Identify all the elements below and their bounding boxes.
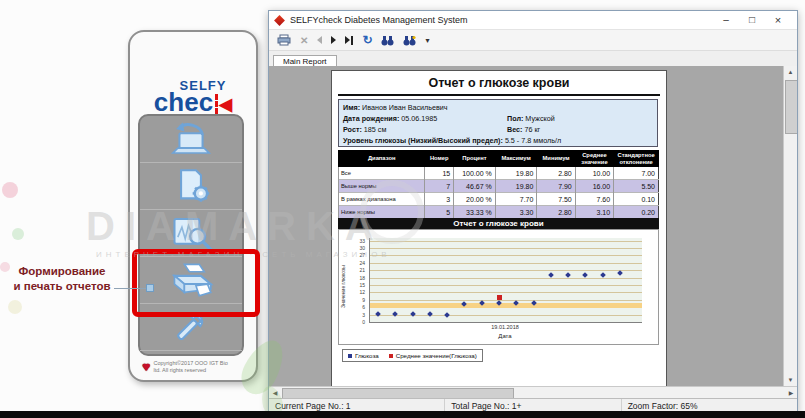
- import-data-icon: [164, 120, 218, 158]
- range-label-cell: Ниже нормы: [339, 206, 425, 219]
- window-title: SELFYcheck Diabetes Management System: [290, 15, 713, 25]
- maximize-button[interactable]: □: [739, 14, 765, 26]
- gridline: [370, 278, 642, 279]
- stat-value-cell: 100.00 %: [454, 167, 496, 180]
- chart-y-axis: 03691215182124273033: [345, 238, 367, 322]
- y-tick-label: 27: [359, 252, 365, 258]
- chart-x-tick: 19.01.2018: [369, 324, 641, 330]
- copyright-block: ♥♥ Copyright©2017 OOO IGT Bioltd. All ri…: [142, 359, 228, 374]
- legend-item-mean: Среднее значение(Глюкоза): [389, 352, 477, 359]
- stat-value-cell: 10.00: [575, 167, 613, 180]
- legend-item-glucose: Глюкоза: [348, 352, 379, 359]
- vertical-scroll-thumb[interactable]: [785, 80, 797, 134]
- table-row: В рамках диапазона320.00 %7.707.507.600.…: [339, 193, 659, 206]
- last-page-button[interactable]: [345, 33, 353, 47]
- vertical-scrollbar[interactable]: ▲ ▼: [783, 66, 797, 387]
- chart-title-bar: Отчет о глюкозе крови: [338, 218, 659, 229]
- stat-value-cell: 0.10: [614, 193, 659, 206]
- callout-connector-dot: [146, 284, 154, 292]
- prev-page-button[interactable]: [317, 33, 322, 47]
- printer-icon: [277, 34, 291, 46]
- zoom-dropdown[interactable]: ▾: [425, 33, 429, 47]
- app-window: SELFYcheck Diabetes Management System – …: [268, 10, 798, 414]
- sidebar-button-import-data[interactable]: [140, 116, 242, 163]
- glucose-stats-table: ДиапазонНомерПроцентМаксимумМинимумСредн…: [338, 150, 659, 219]
- data-point-mean: [497, 295, 502, 300]
- sidebar-button-tools[interactable]: [140, 304, 242, 351]
- report-settings-icon: [164, 167, 218, 205]
- search-button[interactable]: [381, 33, 394, 47]
- stat-value-cell: 2.80: [537, 206, 575, 219]
- gridline: [370, 241, 642, 242]
- column-header: Среднее значение: [575, 151, 613, 167]
- column-header: Номер: [425, 151, 454, 167]
- column-header: Стандартное отклонение: [614, 151, 659, 167]
- zoom-button[interactable]: [403, 33, 416, 47]
- stat-value-cell: 16.00: [575, 180, 613, 193]
- goto-page-button[interactable]: ↻: [362, 33, 372, 47]
- column-header: Диапазон: [339, 151, 425, 167]
- patient-glucose-range: Уровень глюкозы (Низкий/Высокий предел):…: [343, 136, 561, 145]
- range-label-cell: Все: [339, 167, 425, 180]
- report-page: Отчет о глюкозе крови Имя: Иванов Иван В…: [331, 70, 667, 387]
- gridline: [370, 248, 642, 249]
- cancel-button[interactable]: ✕: [300, 33, 308, 47]
- stat-value-cell: 7.50: [537, 193, 575, 206]
- y-tick-label: 33: [359, 238, 365, 244]
- gridline: [370, 285, 642, 286]
- y-tick-label: 21: [359, 267, 365, 273]
- glucose-chart: Значение глюкозы 03691215182124273033 19…: [338, 229, 659, 345]
- report-title: Отчет о глюкозе крови: [332, 76, 666, 90]
- stat-value-cell: 7.90: [537, 180, 575, 193]
- y-tick-label: 15: [359, 282, 365, 288]
- sidebar-button-view-data[interactable]: [140, 210, 242, 257]
- decor-dot: [2, 182, 18, 198]
- normal-range-band: [370, 303, 642, 309]
- binoculars-icon: [381, 35, 394, 46]
- scroll-up-icon[interactable]: ▲: [784, 66, 797, 79]
- patient-weight: Вес: 76 кг: [507, 125, 540, 134]
- patient-sex: Пол: Мужской: [507, 114, 555, 123]
- decor-dot: [8, 300, 22, 314]
- stat-value-cell: 15: [425, 167, 454, 180]
- gridline: [370, 292, 642, 293]
- hearts-logo-icon: ♥♥: [142, 359, 150, 374]
- app-icon: [274, 15, 285, 26]
- device-button-panel: [138, 114, 244, 356]
- patient-dob: Дата рождения: 05.06.1985: [343, 114, 437, 123]
- screenshot-root: { "watermark": { "text": "DIAMARKA", "su…: [0, 0, 805, 418]
- print-button[interactable]: [277, 33, 291, 47]
- chart-x-label: Дата: [369, 333, 641, 339]
- stat-value-cell: 7.00: [614, 167, 659, 180]
- logo-red-arrow-icon: ◀: [219, 95, 232, 114]
- logo-red-dash: [215, 94, 218, 114]
- data-point-glucose: [392, 311, 398, 317]
- report-toolbar: ✕ ↻ ▾: [269, 30, 797, 51]
- decor-dot: [12, 228, 24, 240]
- print-reports-icon: [164, 261, 218, 299]
- patient-name: Имя: Иванов Иван Васильевич: [343, 103, 448, 112]
- data-point-glucose: [617, 270, 623, 276]
- title-rule: [338, 94, 660, 96]
- data-point-glucose: [375, 311, 381, 317]
- y-tick-label: 30: [359, 245, 365, 251]
- range-label-cell: В рамках диапазона: [339, 193, 425, 206]
- next-page-button[interactable]: [331, 33, 336, 47]
- stat-value-cell: 3: [425, 193, 454, 206]
- selfycheck-logo: SELFY chec◀: [130, 80, 256, 114]
- table-row: Выше нормы746.67 %19.807.9016.005.50: [339, 180, 659, 193]
- last-page-icon: [345, 36, 350, 44]
- stat-value-cell: 5: [425, 206, 454, 219]
- zoom-binoculars-icon: [403, 35, 416, 46]
- data-point-glucose: [444, 312, 450, 318]
- legend-swatch-glucose: [348, 354, 352, 358]
- y-tick-label: 24: [359, 260, 365, 266]
- minimize-button[interactable]: –: [713, 14, 739, 26]
- gridline: [370, 300, 642, 301]
- y-tick-label: 12: [359, 289, 365, 295]
- y-tick-label: 3: [362, 312, 365, 318]
- sidebar-button-report-settings[interactable]: [140, 163, 242, 210]
- close-button[interactable]: ×: [765, 14, 791, 26]
- stat-value-cell: 20.00 %: [454, 193, 496, 206]
- sidebar-button-print-reports[interactable]: [140, 257, 242, 304]
